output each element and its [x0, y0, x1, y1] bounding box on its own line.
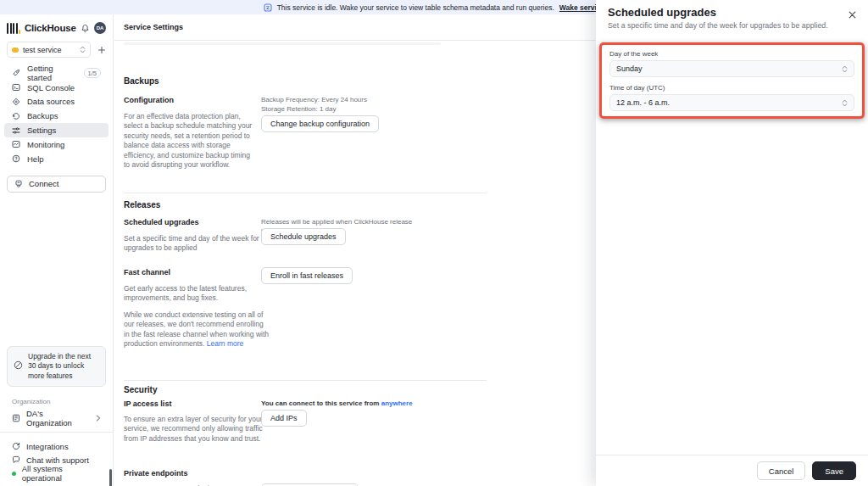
avatar[interactable]: DA: [94, 22, 106, 34]
idle-notice-text: This service is idle. Wake your service …: [277, 3, 554, 12]
panel-subtitle: Set a specific time and day of the week …: [608, 21, 828, 30]
snooze-icon: [264, 3, 272, 12]
close-icon[interactable]: [847, 9, 857, 20]
main-content: Service Settings Backups Configuration B…: [114, 14, 596, 486]
help-icon: [12, 154, 20, 163]
learn-more-link[interactable]: Learn more: [207, 339, 243, 348]
sidebar-item-help[interactable]: Help: [4, 152, 108, 166]
sidebar-item-label: Data sources: [27, 97, 101, 106]
service-selector[interactable]: test service: [7, 42, 91, 58]
add-service-button[interactable]: [97, 46, 106, 54]
day-of-week-select[interactable]: Sunday: [609, 60, 854, 77]
configuration-description: For an effective data protection plan, s…: [124, 112, 255, 170]
page-title: Service Settings: [124, 23, 183, 31]
backups-section-heading: Backups: [124, 76, 159, 86]
sidebar-divider: [0, 432, 113, 433]
sidebar-item-label: Chat with support: [26, 455, 89, 465]
sidebar-header: ClickHouse DA: [0, 14, 113, 39]
section-divider: [124, 193, 487, 193]
service-selector-row: test service: [0, 39, 113, 58]
sidebar-item-integrations[interactable]: Integrations: [0, 439, 113, 453]
backup-meta: Backup Frequency: Every 24 hours Storage…: [261, 96, 367, 115]
sidebar-nav: Getting started 1/5 SQL Console Data sou…: [0, 66, 113, 166]
clickhouse-logo-icon: [7, 23, 20, 34]
ip-access-description: To ensure an extra layer of security for…: [124, 415, 275, 444]
fast-channel-heading: Fast channel: [124, 268, 170, 277]
fast-channel-description-1: Get early access to the latest features,…: [124, 284, 264, 304]
fast-channel-warning-text: While we conduct extensive testing on al…: [124, 310, 269, 348]
releases-section-heading: Releases: [124, 200, 160, 209]
change-backup-configuration-button[interactable]: Change backup configuration: [261, 115, 379, 132]
ip-access-note: You can connect to this service from any…: [261, 399, 413, 407]
sidebar-item-label: Integrations: [26, 442, 69, 451]
fast-channel-description-2: While we conduct extensive testing on al…: [124, 310, 270, 349]
sidebar-item-label: Settings: [27, 126, 101, 135]
clickhouse-logo-text: ClickHouse: [25, 23, 76, 33]
chat-icon: [12, 455, 20, 464]
cancel-button[interactable]: Cancel: [757, 461, 806, 480]
stepper-icon: [842, 65, 848, 73]
sidebar-item-getting-started[interactable]: Getting started 1/5: [4, 66, 108, 81]
backup-frequency-text: Backup Frequency: Every 24 hours: [261, 96, 367, 105]
sidebar-item-settings[interactable]: Settings: [4, 123, 108, 137]
sidebar-item-label: Backups: [27, 111, 101, 120]
data-sources-icon: [12, 98, 20, 106]
panel-footer: Cancel Save: [596, 455, 868, 486]
sidebar-item-label: SQL Console: [27, 83, 101, 92]
organization-name: DA's Organization: [26, 409, 90, 427]
connect-button-label: Connect: [29, 179, 58, 188]
upgrade-trial-text: Upgrade in the next 30 days to unlock mo…: [28, 352, 99, 381]
sidebar-item-backups[interactable]: Backups: [4, 109, 108, 123]
sidebar-item-data-sources[interactable]: Data sources: [4, 95, 108, 109]
scheduled-upgrades-heading: Scheduled upgrades: [124, 218, 199, 226]
sidebar-item-label: Monitoring: [27, 140, 101, 149]
service-state-icon: [12, 47, 19, 53]
private-endpoints-heading: Private endpoints: [124, 469, 188, 478]
trial-clock-icon: [14, 360, 23, 370]
terminal-icon: [12, 83, 20, 92]
scheduled-upgrades-panel: Scheduled upgrades Set a specific time a…: [596, 0, 868, 486]
time-of-day-label: Time of day (UTC): [609, 84, 854, 92]
sidebar-scrollbar-thumb[interactable]: [109, 469, 113, 486]
sidebar-bottom: Upgrade in the next 30 days to unlock mo…: [0, 346, 113, 480]
storage-retention-text: Storage Retention: 1 day: [261, 105, 367, 115]
stepper-icon: [842, 99, 848, 107]
time-of-day-select[interactable]: 12 a.m. - 6 a.m.: [609, 94, 854, 111]
schedule-upgrades-button[interactable]: Schedule upgrades: [261, 228, 346, 245]
rocket-icon: [12, 69, 20, 77]
security-section-heading: Security: [124, 385, 157, 394]
save-button[interactable]: Save: [812, 461, 856, 480]
connect-button[interactable]: Connect: [7, 176, 106, 193]
organization-icon: [12, 414, 20, 422]
enroll-fast-releases-button[interactable]: Enroll in fast releases: [261, 267, 353, 284]
system-status-label: All systems operational: [22, 464, 101, 483]
ip-access-list-heading: IP access list: [124, 399, 171, 408]
highlighted-settings-region: Day of the week Sunday Time of day (UTC)…: [599, 42, 865, 119]
organization-row[interactable]: DA's Organization: [0, 411, 113, 425]
add-ips-button[interactable]: Add IPs: [261, 410, 307, 427]
sidebar-item-label: Help: [27, 154, 101, 164]
sidebar-item-monitoring[interactable]: Monitoring: [4, 137, 108, 152]
ip-access-note-text: You can connect to this service from: [261, 399, 379, 407]
status-dot-icon: [12, 472, 16, 476]
section-divider: [124, 380, 487, 381]
day-of-week-label: Day of the week: [609, 50, 854, 58]
chevron-right-icon: [96, 415, 101, 422]
anywhere-link[interactable]: anywhere: [381, 399, 413, 407]
time-of-day-value: 12 a.m. - 6 a.m.: [616, 98, 670, 107]
configuration-heading: Configuration: [124, 96, 174, 104]
system-status-link[interactable]: All systems operational: [0, 466, 113, 480]
stepper-icon: [80, 46, 86, 53]
scheduled-upgrades-description: Set a specific time and day of the week …: [124, 234, 264, 254]
scrolled-content-remnant: [124, 42, 441, 45]
bell-icon[interactable]: [81, 24, 90, 33]
integrations-icon: [12, 442, 20, 450]
sidebar-item-sql-console[interactable]: SQL Console: [4, 81, 108, 95]
main-header: Service Settings: [114, 14, 596, 41]
panel-title: Scheduled upgrades: [608, 6, 716, 19]
upgrade-trial-banner[interactable]: Upgrade in the next 30 days to unlock mo…: [7, 346, 106, 387]
sidebar: ClickHouse DA test service Getting start…: [0, 14, 114, 486]
backup-restore-icon: [12, 112, 20, 120]
day-of-week-value: Sunday: [616, 64, 643, 73]
getting-started-progress-badge: 1/5: [84, 68, 101, 78]
